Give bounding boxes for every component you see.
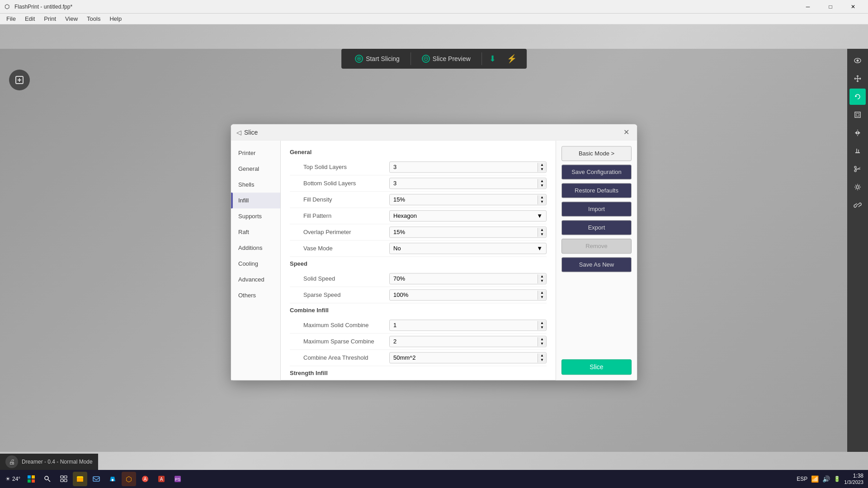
- spin-down-bottom-solid[interactable]: ▼: [538, 183, 546, 188]
- control-fill-pattern: Hexagon ▼: [389, 210, 547, 221]
- spinner-bottom-solid-layers[interactable]: 3 ▲ ▼: [389, 178, 547, 189]
- spin-up-max-sparse[interactable]: ▲: [538, 337, 546, 342]
- cut-tool[interactable]: [849, 161, 866, 177]
- svg-rect-57: [112, 479, 113, 481]
- svg-rect-47: [32, 479, 35, 483]
- svg-rect-36: [855, 152, 860, 153]
- visibility-tool[interactable]: [849, 52, 866, 69]
- spin-down-combine-area[interactable]: ▼: [538, 358, 546, 362]
- spin-down-top-solid[interactable]: ▼: [538, 167, 546, 172]
- control-vase-mode: No ▼: [389, 243, 547, 254]
- task-view-button[interactable]: [57, 472, 71, 486]
- spinner-overlap-perimeter[interactable]: 15% ▲ ▼: [389, 226, 547, 238]
- spin-down-overlap[interactable]: ▼: [538, 232, 546, 237]
- import-button[interactable]: Import: [561, 202, 632, 216]
- settings-tool[interactable]: [849, 179, 866, 195]
- value-bottom-solid-layers: 3: [390, 178, 538, 188]
- spinner-sparse-speed[interactable]: 100% ▲ ▼: [389, 289, 547, 300]
- dropdown-vase-mode[interactable]: No ▼: [389, 243, 547, 254]
- menu-tools[interactable]: Tools: [82, 14, 105, 23]
- taskbar-store[interactable]: [105, 472, 120, 486]
- spin-arrows-max-sparse: ▲ ▼: [538, 337, 546, 346]
- spin-up-max-solid[interactable]: ▲: [538, 321, 546, 325]
- slice-button[interactable]: Slice: [561, 359, 632, 375]
- spinner-fill-density[interactable]: 15% ▲ ▼: [389, 194, 547, 205]
- menu-view[interactable]: View: [61, 14, 82, 23]
- menu-print[interactable]: Print: [39, 14, 61, 23]
- taskbar-files[interactable]: [73, 472, 87, 486]
- field-max-solid-combine: Maximum Solid Combine 1 ▲ ▼: [290, 317, 547, 333]
- menu-file[interactable]: File: [2, 14, 20, 23]
- dropdown-arrow-vase-mode: ▼: [537, 245, 542, 252]
- label-max-solid-combine: Maximum Solid Combine: [290, 322, 389, 328]
- spin-down-max-sparse[interactable]: ▼: [538, 342, 546, 346]
- spin-down-sparse-speed[interactable]: ▼: [538, 295, 546, 300]
- spin-up-top-solid[interactable]: ▲: [538, 163, 546, 167]
- spin-up-solid-speed[interactable]: ▲: [538, 274, 546, 279]
- dialog-title: Slice: [244, 129, 621, 136]
- taskbar-mail[interactable]: [89, 472, 104, 486]
- search-button[interactable]: [40, 472, 55, 486]
- svg-rect-45: [32, 475, 35, 479]
- nav-others[interactable]: Others: [231, 287, 280, 303]
- rotate-tool[interactable]: [849, 89, 866, 105]
- volume-icon[interactable]: 🔊: [822, 475, 830, 483]
- taskbar-app3[interactable]: A: [154, 472, 169, 486]
- menu-edit[interactable]: Edit: [20, 14, 39, 23]
- svg-rect-32: [856, 113, 859, 116]
- spinner-max-sparse-combine[interactable]: 2 ▲ ▼: [389, 336, 547, 347]
- nav-advanced[interactable]: Advanced: [231, 272, 280, 287]
- restore-defaults-button[interactable]: Restore Defaults: [561, 183, 632, 198]
- basic-mode-button[interactable]: Basic Mode >: [561, 146, 632, 161]
- nav-raft[interactable]: Raft: [231, 224, 280, 240]
- spin-down-solid-speed[interactable]: ▼: [538, 279, 546, 283]
- minimize-button[interactable]: ─: [797, 0, 818, 14]
- menu-help[interactable]: Help: [105, 14, 126, 23]
- svg-point-43: [856, 186, 859, 188]
- nav-additions[interactable]: Additions: [231, 240, 280, 256]
- spin-up-fill-density[interactable]: ▲: [538, 195, 546, 200]
- language-indicator: ESP: [797, 476, 807, 482]
- dialog-close-button[interactable]: ✕: [621, 127, 632, 138]
- spin-down-fill-density[interactable]: ▼: [538, 200, 546, 204]
- nav-cooling[interactable]: Cooling: [231, 256, 280, 272]
- svg-text:A: A: [160, 477, 163, 482]
- start-button[interactable]: [24, 472, 38, 486]
- nav-general[interactable]: General: [231, 161, 280, 177]
- taskbar-app4[interactable]: PS: [170, 472, 185, 486]
- taskbar-flashprint[interactable]: ⬡: [122, 472, 136, 486]
- nav-supports[interactable]: Supports: [231, 208, 280, 224]
- scale-tool[interactable]: [849, 107, 866, 123]
- dialog-action-panel: Basic Mode > Save Configuration Restore …: [556, 141, 637, 380]
- supports-tool[interactable]: [849, 143, 866, 159]
- maximize-button[interactable]: □: [820, 0, 841, 14]
- spinner-top-solid-layers[interactable]: 3 ▲ ▼: [389, 161, 547, 173]
- nav-shells[interactable]: Shells: [231, 177, 280, 192]
- spin-up-sparse-speed[interactable]: ▲: [538, 291, 546, 295]
- spin-arrows-sparse-speed: ▲ ▼: [538, 291, 546, 300]
- spinner-solid-speed[interactable]: 70% ▲ ▼: [389, 273, 547, 284]
- dropdown-fill-pattern[interactable]: Hexagon ▼: [389, 210, 547, 221]
- save-as-new-button[interactable]: Save As New: [561, 257, 632, 272]
- date-display: 1/3/2023: [844, 479, 863, 485]
- spin-down-max-solid[interactable]: ▼: [538, 325, 546, 330]
- save-configuration-button[interactable]: Save Configuration: [561, 164, 632, 179]
- mirror-tool[interactable]: [849, 125, 866, 141]
- link-tool[interactable]: [849, 197, 866, 213]
- move-tool[interactable]: [849, 70, 866, 87]
- network-icon[interactable]: 📶: [811, 475, 819, 483]
- taskbar-app2[interactable]: A: [138, 472, 152, 486]
- spinner-max-solid-combine[interactable]: 1 ▲ ▼: [389, 319, 547, 331]
- spinner-combine-area-threshold[interactable]: 50mm^2 ▲ ▼: [389, 352, 547, 363]
- nav-printer[interactable]: Printer: [231, 145, 280, 161]
- nav-infill[interactable]: Infill: [231, 192, 280, 208]
- nav-active-indicator: [231, 192, 233, 208]
- spin-up-overlap[interactable]: ▲: [538, 228, 546, 232]
- label-combine-area-threshold: Combine Area Threshold: [290, 354, 389, 361]
- close-button[interactable]: ✕: [843, 0, 863, 14]
- export-button[interactable]: Export: [561, 220, 632, 235]
- spin-up-combine-area[interactable]: ▲: [538, 353, 546, 358]
- field-bottom-solid-layers: Bottom Solid Layers 3 ▲ ▼: [290, 175, 547, 192]
- spin-up-bottom-solid[interactable]: ▲: [538, 179, 546, 183]
- clock[interactable]: 1:38 1/3/2023: [844, 473, 863, 485]
